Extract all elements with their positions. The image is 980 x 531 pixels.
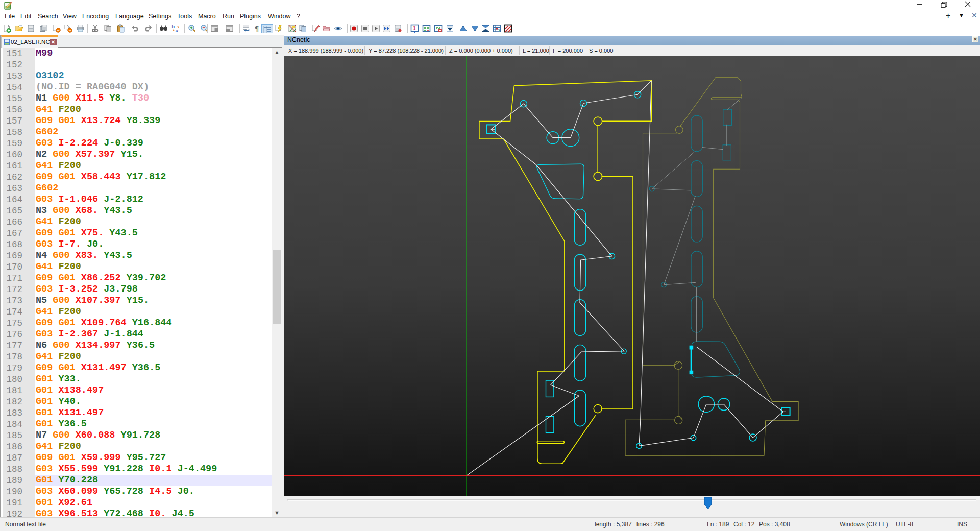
svg-text:1: 1 [413,26,416,31]
svg-text:a: a [176,28,178,33]
svg-text:¶: ¶ [255,25,259,33]
svg-text:b: b [172,24,175,29]
